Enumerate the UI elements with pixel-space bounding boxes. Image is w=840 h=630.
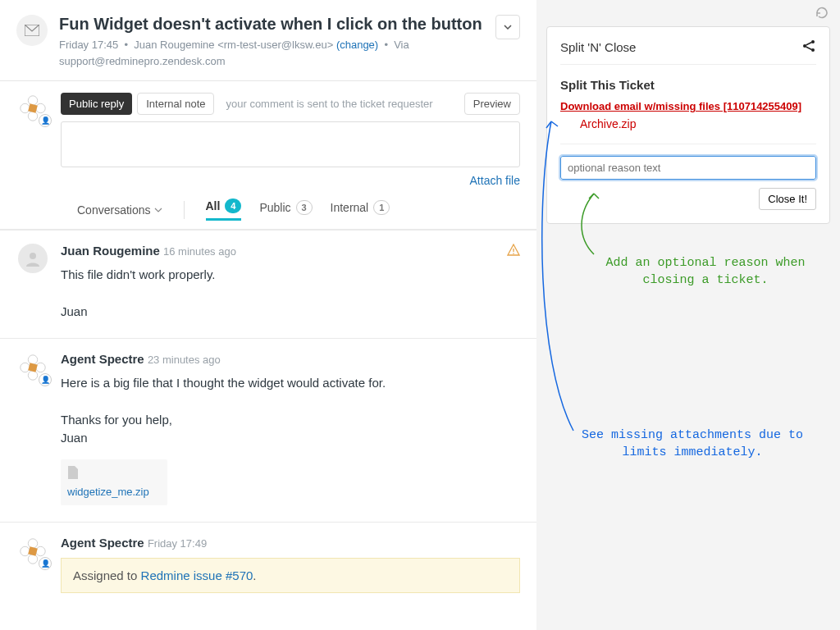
filter-public[interactable]: Public 3	[259, 200, 312, 220]
close-it-button[interactable]: Close It!	[759, 188, 816, 210]
download-missing-link[interactable]: Download email w/missing files [11071425…	[560, 100, 816, 112]
svg-point-14	[28, 539, 37, 548]
svg-rect-13	[28, 363, 38, 372]
tab-public-reply[interactable]: Public reply	[61, 93, 132, 115]
preview-button[interactable]: Preview	[464, 93, 520, 115]
person-icon: 👤	[39, 373, 52, 386]
svg-line-23	[806, 47, 812, 50]
archive-name: Archive.zip	[580, 117, 816, 130]
filter-all[interactable]: All 4	[206, 199, 242, 221]
share-icon[interactable]	[801, 39, 816, 56]
svg-point-17	[21, 547, 30, 556]
svg-point-11	[28, 370, 37, 379]
annotation-attachments: See missing attachments due to limits im…	[569, 427, 815, 461]
message-header: Agent Spectre 23 minutes ago	[61, 352, 520, 366]
split-n-close-panel: Split 'N' Close Split This Ticket Downlo…	[546, 26, 830, 224]
all-count-badge: 4	[225, 199, 241, 213]
issue-link[interactable]: Redmine issue #570	[141, 568, 253, 582]
svg-point-2	[36, 103, 45, 112]
attach-file-link[interactable]: Attach file	[470, 174, 520, 187]
conversations-dropdown[interactable]: Conversations	[77, 203, 162, 217]
section-title: Split This Ticket	[560, 78, 816, 92]
chevron-down-icon	[154, 208, 162, 212]
user-avatar	[18, 244, 48, 273]
attachment-name: widgetize_me.zip	[67, 486, 161, 500]
svg-line-22	[806, 43, 812, 46]
svg-point-6	[30, 253, 36, 259]
ticket-title: Fun Widget doesn't activate when I click…	[59, 15, 484, 34]
svg-point-16	[28, 555, 37, 564]
svg-point-10	[36, 363, 45, 372]
mail-avatar	[16, 15, 48, 46]
file-icon	[67, 466, 161, 482]
ticket-meta: Friday 17:45 • Juan Rougemine <rm-test-u…	[59, 37, 484, 69]
app-title: Split 'N' Close	[560, 40, 636, 54]
annotation-reason: Add an optional reason when closing a ti…	[599, 254, 812, 289]
message-body: This file didn't work properly. Juan	[61, 266, 520, 322]
chevron-down-icon	[504, 25, 512, 30]
warning-icon	[507, 244, 520, 259]
message-header: Juan Rougemine 16 minutes ago	[61, 244, 520, 258]
refresh-icon[interactable]	[815, 7, 829, 23]
svg-point-3	[28, 112, 37, 121]
svg-point-9	[28, 354, 37, 363]
change-requester-link[interactable]: (change)	[336, 39, 378, 51]
svg-point-15	[36, 547, 45, 556]
svg-rect-5	[28, 103, 38, 113]
svg-point-8	[513, 253, 514, 254]
tab-internal-note[interactable]: Internal note	[137, 93, 214, 115]
reason-input[interactable]	[560, 156, 816, 180]
expand-button[interactable]	[495, 15, 520, 39]
agent-avatar: 👤	[17, 352, 48, 383]
message-header: Agent Spectre Friday 17:49	[61, 536, 520, 550]
message-body: Here is a big file that I thought the wi…	[61, 374, 520, 448]
svg-point-12	[21, 363, 30, 372]
person-icon: 👤	[39, 114, 52, 127]
filter-internal[interactable]: Internal 1	[331, 200, 390, 220]
attachment-chip[interactable]: widgetize_me.zip	[61, 459, 167, 506]
assignment-notice: Assigned to Redmine issue #570.	[61, 558, 520, 593]
reply-hint: your comment is sent to the ticket reque…	[226, 98, 432, 110]
svg-point-20	[811, 40, 815, 43]
person-icon: 👤	[39, 557, 52, 570]
agent-avatar: 👤	[17, 536, 48, 567]
public-count-badge: 3	[296, 200, 313, 215]
person-icon	[25, 250, 41, 267]
svg-point-21	[811, 48, 815, 52]
internal-count-badge: 1	[373, 200, 390, 215]
svg-point-4	[21, 103, 30, 112]
reply-editor[interactable]	[61, 121, 520, 167]
svg-point-1	[28, 96, 37, 105]
svg-rect-18	[28, 547, 38, 557]
agent-avatar: 👤	[17, 93, 48, 124]
envelope-icon	[25, 25, 39, 36]
